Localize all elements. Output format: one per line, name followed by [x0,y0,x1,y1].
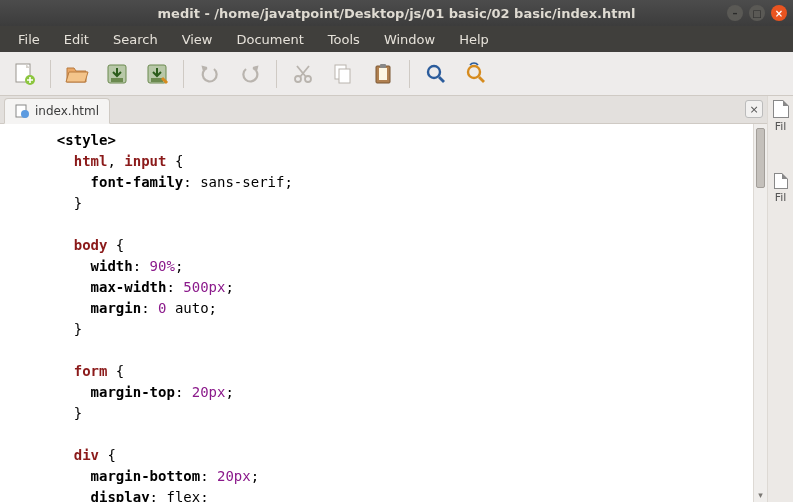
menu-window[interactable]: Window [372,28,447,51]
tab-close-button[interactable]: × [745,100,763,118]
toolbar-separator [50,60,51,88]
toolbar-separator [409,60,410,88]
code-wrap: <style> html, input { font-family: sans-… [0,124,767,502]
cut-button[interactable] [285,56,321,92]
save-button[interactable] [99,56,135,92]
scroll-down-arrow[interactable]: ▾ [754,488,767,502]
save-as-icon [145,62,169,86]
folder-open-icon [65,62,89,86]
code-area[interactable]: <style> html, input { font-family: sans-… [0,124,753,502]
scroll-thumb[interactable] [756,128,765,188]
menu-view[interactable]: View [170,28,225,51]
menu-file[interactable]: File [6,28,52,51]
undo-button[interactable] [192,56,228,92]
search-icon [424,62,448,86]
document-icon [773,100,789,118]
minimize-button[interactable]: – [727,5,743,21]
svg-rect-5 [151,78,163,82]
close-button[interactable]: × [771,5,787,21]
save-as-button[interactable] [139,56,175,92]
paste-button[interactable] [365,56,401,92]
editor-pane: index.html × <style> html, input { font-… [0,96,767,502]
side-label: Fil [775,120,787,133]
svg-point-16 [21,110,29,118]
search-replace-icon [464,62,488,86]
copy-icon [331,62,355,86]
window-title: medit - /home/javatpoint/Desktop/js/01 b… [6,6,787,21]
tab-label: index.html [35,104,99,118]
svg-rect-3 [111,78,123,82]
open-file-button[interactable] [59,56,95,92]
menu-edit[interactable]: Edit [52,28,101,51]
new-file-icon [12,62,36,86]
menu-tools[interactable]: Tools [316,28,372,51]
copy-button[interactable] [325,56,361,92]
window-controls: – □ × [727,5,787,21]
redo-button[interactable] [232,56,268,92]
menu-help[interactable]: Help [447,28,501,51]
redo-icon [238,62,262,86]
clipboard-icon [371,62,395,86]
tab-active[interactable]: index.html [4,98,110,124]
new-file-button[interactable] [6,56,42,92]
find-button[interactable] [418,56,454,92]
toolbar [0,52,793,96]
undo-icon [198,62,222,86]
scissors-icon [291,62,315,86]
side-panel: Fil Fil [767,96,793,502]
maximize-button[interactable]: □ [749,5,765,21]
titlebar: medit - /home/javatpoint/Desktop/js/01 b… [0,0,793,26]
document-icon [774,173,788,189]
menu-document[interactable]: Document [224,28,315,51]
tab-strip: index.html × [0,96,767,124]
toolbar-separator [276,60,277,88]
svg-point-14 [468,66,480,78]
side-panel-tab-2[interactable]: Fil [774,173,788,204]
save-icon [105,62,129,86]
svg-rect-9 [339,69,350,83]
svg-rect-11 [379,68,387,80]
find-replace-button[interactable] [458,56,494,92]
svg-point-13 [428,66,440,78]
main-area: index.html × <style> html, input { font-… [0,96,793,502]
side-panel-tab-1[interactable]: Fil [773,100,789,133]
svg-rect-12 [380,64,386,68]
vertical-scrollbar[interactable]: ▾ [753,124,767,502]
menubar: File Edit Search View Document Tools Win… [0,26,793,52]
html-file-icon [15,104,29,118]
toolbar-separator [183,60,184,88]
side-label: Fil [775,191,787,204]
menu-search[interactable]: Search [101,28,170,51]
